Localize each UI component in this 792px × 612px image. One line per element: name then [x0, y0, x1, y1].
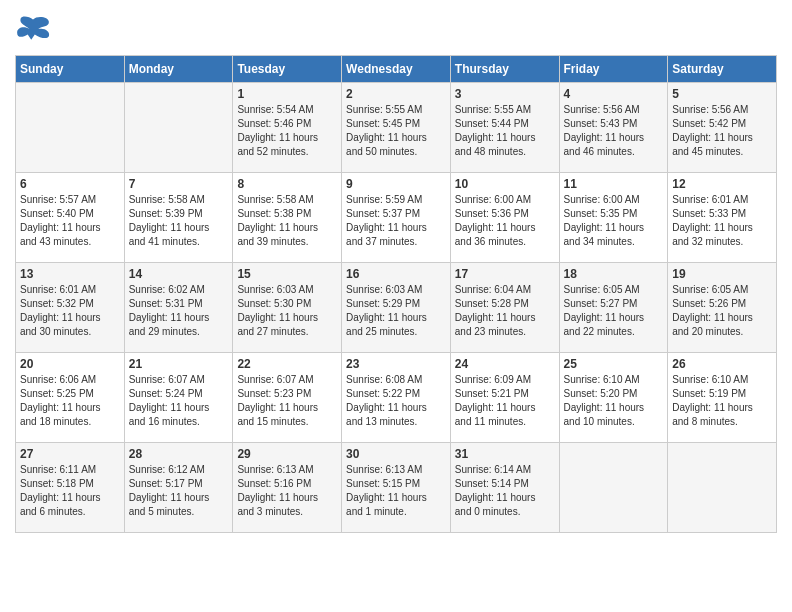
day-number: 3 — [455, 87, 555, 101]
day-number: 11 — [564, 177, 664, 191]
calendar-cell: 17Sunrise: 6:04 AMSunset: 5:28 PMDayligh… — [450, 263, 559, 353]
day-number: 18 — [564, 267, 664, 281]
cell-info: Sunrise: 6:10 AMSunset: 5:19 PMDaylight:… — [672, 373, 772, 429]
day-number: 7 — [129, 177, 229, 191]
week-row: 6Sunrise: 5:57 AMSunset: 5:40 PMDaylight… — [16, 173, 777, 263]
calendar-cell: 9Sunrise: 5:59 AMSunset: 5:37 PMDaylight… — [342, 173, 451, 263]
cell-info: Sunrise: 5:54 AMSunset: 5:46 PMDaylight:… — [237, 103, 337, 159]
cell-info: Sunrise: 6:14 AMSunset: 5:14 PMDaylight:… — [455, 463, 555, 519]
cell-info: Sunrise: 6:01 AMSunset: 5:33 PMDaylight:… — [672, 193, 772, 249]
calendar-cell: 5Sunrise: 5:56 AMSunset: 5:42 PMDaylight… — [668, 83, 777, 173]
cell-info: Sunrise: 5:57 AMSunset: 5:40 PMDaylight:… — [20, 193, 120, 249]
week-row: 13Sunrise: 6:01 AMSunset: 5:32 PMDayligh… — [16, 263, 777, 353]
calendar-cell — [668, 443, 777, 533]
day-header-wednesday: Wednesday — [342, 56, 451, 83]
calendar-cell: 25Sunrise: 6:10 AMSunset: 5:20 PMDayligh… — [559, 353, 668, 443]
calendar-cell: 16Sunrise: 6:03 AMSunset: 5:29 PMDayligh… — [342, 263, 451, 353]
calendar-cell: 15Sunrise: 6:03 AMSunset: 5:30 PMDayligh… — [233, 263, 342, 353]
day-number: 14 — [129, 267, 229, 281]
calendar-cell: 14Sunrise: 6:02 AMSunset: 5:31 PMDayligh… — [124, 263, 233, 353]
cell-info: Sunrise: 6:03 AMSunset: 5:29 PMDaylight:… — [346, 283, 446, 339]
cell-info: Sunrise: 5:56 AMSunset: 5:43 PMDaylight:… — [564, 103, 664, 159]
day-header-tuesday: Tuesday — [233, 56, 342, 83]
cell-info: Sunrise: 6:06 AMSunset: 5:25 PMDaylight:… — [20, 373, 120, 429]
day-number: 8 — [237, 177, 337, 191]
calendar-cell: 29Sunrise: 6:13 AMSunset: 5:16 PMDayligh… — [233, 443, 342, 533]
calendar-cell: 4Sunrise: 5:56 AMSunset: 5:43 PMDaylight… — [559, 83, 668, 173]
calendar-cell: 23Sunrise: 6:08 AMSunset: 5:22 PMDayligh… — [342, 353, 451, 443]
logo-icon — [15, 15, 51, 45]
day-number: 28 — [129, 447, 229, 461]
cell-info: Sunrise: 5:58 AMSunset: 5:39 PMDaylight:… — [129, 193, 229, 249]
day-number: 5 — [672, 87, 772, 101]
calendar-cell: 13Sunrise: 6:01 AMSunset: 5:32 PMDayligh… — [16, 263, 125, 353]
calendar-cell: 10Sunrise: 6:00 AMSunset: 5:36 PMDayligh… — [450, 173, 559, 263]
cell-info: Sunrise: 6:13 AMSunset: 5:16 PMDaylight:… — [237, 463, 337, 519]
calendar-cell: 19Sunrise: 6:05 AMSunset: 5:26 PMDayligh… — [668, 263, 777, 353]
day-header-monday: Monday — [124, 56, 233, 83]
day-number: 10 — [455, 177, 555, 191]
calendar-cell: 7Sunrise: 5:58 AMSunset: 5:39 PMDaylight… — [124, 173, 233, 263]
calendar-cell: 22Sunrise: 6:07 AMSunset: 5:23 PMDayligh… — [233, 353, 342, 443]
day-number: 2 — [346, 87, 446, 101]
calendar-cell: 30Sunrise: 6:13 AMSunset: 5:15 PMDayligh… — [342, 443, 451, 533]
day-number: 9 — [346, 177, 446, 191]
calendar-cell: 21Sunrise: 6:07 AMSunset: 5:24 PMDayligh… — [124, 353, 233, 443]
header-row: SundayMondayTuesdayWednesdayThursdayFrid… — [16, 56, 777, 83]
day-header-sunday: Sunday — [16, 56, 125, 83]
day-number: 30 — [346, 447, 446, 461]
day-number: 22 — [237, 357, 337, 371]
day-number: 23 — [346, 357, 446, 371]
day-number: 26 — [672, 357, 772, 371]
day-number: 29 — [237, 447, 337, 461]
calendar-cell: 11Sunrise: 6:00 AMSunset: 5:35 PMDayligh… — [559, 173, 668, 263]
day-number: 31 — [455, 447, 555, 461]
cell-info: Sunrise: 6:07 AMSunset: 5:24 PMDaylight:… — [129, 373, 229, 429]
logo — [15, 15, 55, 45]
day-number: 25 — [564, 357, 664, 371]
day-number: 1 — [237, 87, 337, 101]
week-row: 1Sunrise: 5:54 AMSunset: 5:46 PMDaylight… — [16, 83, 777, 173]
cell-info: Sunrise: 6:10 AMSunset: 5:20 PMDaylight:… — [564, 373, 664, 429]
week-row: 20Sunrise: 6:06 AMSunset: 5:25 PMDayligh… — [16, 353, 777, 443]
cell-info: Sunrise: 6:00 AMSunset: 5:35 PMDaylight:… — [564, 193, 664, 249]
day-number: 17 — [455, 267, 555, 281]
calendar-cell: 6Sunrise: 5:57 AMSunset: 5:40 PMDaylight… — [16, 173, 125, 263]
calendar-cell: 1Sunrise: 5:54 AMSunset: 5:46 PMDaylight… — [233, 83, 342, 173]
cell-info: Sunrise: 6:07 AMSunset: 5:23 PMDaylight:… — [237, 373, 337, 429]
calendar-cell: 27Sunrise: 6:11 AMSunset: 5:18 PMDayligh… — [16, 443, 125, 533]
day-number: 15 — [237, 267, 337, 281]
cell-info: Sunrise: 5:59 AMSunset: 5:37 PMDaylight:… — [346, 193, 446, 249]
cell-info: Sunrise: 5:56 AMSunset: 5:42 PMDaylight:… — [672, 103, 772, 159]
cell-info: Sunrise: 5:55 AMSunset: 5:44 PMDaylight:… — [455, 103, 555, 159]
calendar-cell: 28Sunrise: 6:12 AMSunset: 5:17 PMDayligh… — [124, 443, 233, 533]
cell-info: Sunrise: 6:03 AMSunset: 5:30 PMDaylight:… — [237, 283, 337, 339]
calendar-cell: 18Sunrise: 6:05 AMSunset: 5:27 PMDayligh… — [559, 263, 668, 353]
cell-info: Sunrise: 6:00 AMSunset: 5:36 PMDaylight:… — [455, 193, 555, 249]
calendar-cell: 31Sunrise: 6:14 AMSunset: 5:14 PMDayligh… — [450, 443, 559, 533]
day-header-friday: Friday — [559, 56, 668, 83]
calendar-cell — [16, 83, 125, 173]
day-number: 21 — [129, 357, 229, 371]
cell-info: Sunrise: 6:13 AMSunset: 5:15 PMDaylight:… — [346, 463, 446, 519]
calendar-table: SundayMondayTuesdayWednesdayThursdayFrid… — [15, 55, 777, 533]
day-number: 13 — [20, 267, 120, 281]
cell-info: Sunrise: 6:05 AMSunset: 5:26 PMDaylight:… — [672, 283, 772, 339]
calendar-cell — [559, 443, 668, 533]
day-number: 4 — [564, 87, 664, 101]
calendar-cell: 12Sunrise: 6:01 AMSunset: 5:33 PMDayligh… — [668, 173, 777, 263]
day-number: 19 — [672, 267, 772, 281]
page-header — [15, 15, 777, 45]
cell-info: Sunrise: 6:05 AMSunset: 5:27 PMDaylight:… — [564, 283, 664, 339]
cell-info: Sunrise: 6:09 AMSunset: 5:21 PMDaylight:… — [455, 373, 555, 429]
calendar-cell: 26Sunrise: 6:10 AMSunset: 5:19 PMDayligh… — [668, 353, 777, 443]
calendar-cell: 2Sunrise: 5:55 AMSunset: 5:45 PMDaylight… — [342, 83, 451, 173]
day-number: 20 — [20, 357, 120, 371]
day-number: 24 — [455, 357, 555, 371]
calendar-cell: 8Sunrise: 5:58 AMSunset: 5:38 PMDaylight… — [233, 173, 342, 263]
cell-info: Sunrise: 6:11 AMSunset: 5:18 PMDaylight:… — [20, 463, 120, 519]
cell-info: Sunrise: 6:01 AMSunset: 5:32 PMDaylight:… — [20, 283, 120, 339]
cell-info: Sunrise: 6:02 AMSunset: 5:31 PMDaylight:… — [129, 283, 229, 339]
calendar-cell: 20Sunrise: 6:06 AMSunset: 5:25 PMDayligh… — [16, 353, 125, 443]
week-row: 27Sunrise: 6:11 AMSunset: 5:18 PMDayligh… — [16, 443, 777, 533]
